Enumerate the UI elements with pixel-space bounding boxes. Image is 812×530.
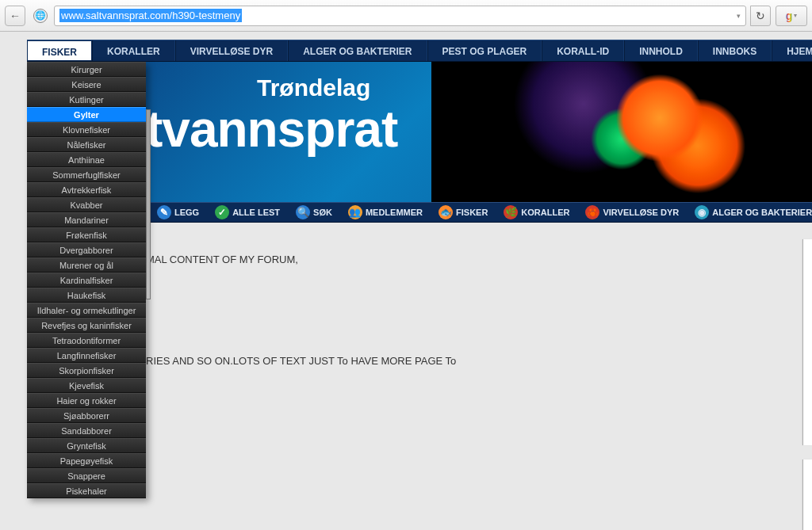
nav-item-innboks[interactable]: INNBOKS (698, 40, 772, 61)
forum-content: MAL CONTENT OF MY FORUM, RIES AND SO ON.… (146, 230, 796, 375)
search-icon: 🔍 (296, 205, 310, 219)
toolbar-medlemmer[interactable]: 👥MEDLEMMER (342, 202, 429, 223)
page-body: FISKERKORALLERVIRVELLØSE DYRALGER OG BAK… (0, 32, 812, 530)
banner-title-1: Trøndelag (257, 74, 370, 101)
algae-icon: ◉ (695, 205, 709, 219)
dropdown-item-keisere[interactable]: Keisere (27, 77, 146, 92)
dropdown-item-sandabborer[interactable]: Sandabborer (27, 423, 146, 438)
dropdown-item-avtrekkerfisk[interactable]: Avtrekkerfisk (27, 182, 146, 197)
toolbar-label: KORALLER (521, 208, 569, 217)
main-nav: FISKERKORALLERVIRVELLØSE DYRALGER OG BAK… (27, 40, 812, 62)
dropdown-item-langfinnefisker[interactable]: Langfinnefisker (27, 348, 146, 363)
coral-image (431, 62, 812, 202)
browser-toolbar: ← 🌐 www.saltvannsprat.com/h390-testmeny … (0, 0, 812, 32)
toolbar-koraller[interactable]: 🌿KORALLER (497, 202, 576, 223)
dropdown-item-murener-og-ål[interactable]: Murener og ål (27, 257, 146, 273)
url-text: www.saltvannsprat.com/h390-testmeny (59, 9, 242, 22)
toolbar-label: ALLE LEST (232, 208, 280, 217)
chevron-down-icon[interactable]: ▾ (737, 12, 741, 20)
dropdown-item-kirurger[interactable]: Kirurger (27, 62, 146, 77)
nav-item-alger-og-bakterier[interactable]: ALGER OG BAKTERIER (288, 40, 427, 61)
icon-toolbar: ✎LEGG✓ALLE LEST🔍SØK👥MEDLEMMER🐟FISKER🌿KOR… (146, 202, 812, 223)
dropdown-item-haukefisk[interactable]: Haukefisk (27, 288, 146, 303)
toolbar-label: ALGER OG BAKTERIER (712, 208, 812, 217)
check-icon: ✓ (215, 205, 229, 219)
toolbar-virvelløse-dyr[interactable]: 🦀VIRVELLØSE DYR (579, 202, 685, 223)
dropdown-item-gryntefisk[interactable]: Gryntefisk (27, 438, 146, 453)
reload-icon: ↻ (756, 10, 765, 22)
right-widget-1 (802, 239, 812, 445)
dropdown-item-kutlinger[interactable]: Kutlinger (27, 92, 146, 107)
nav-item-innhold[interactable]: INNHOLD (624, 40, 698, 61)
dropdown-item-nålefisker[interactable]: Nålefisker (27, 137, 146, 152)
toolbar-fisker[interactable]: 🐟FISKER (432, 202, 494, 223)
dropdown-item-piskehaler[interactable]: Piskehaler (27, 483, 146, 498)
nav-item-fisker[interactable]: FISKER (27, 40, 92, 61)
dropdown-item-kjevefisk[interactable]: Kjevefisk (27, 378, 146, 393)
toolbar-label: LEGG (174, 208, 199, 217)
toolbar-alger-og-bakterier[interactable]: ◉ALGER OG BAKTERIER (688, 202, 812, 223)
right-widget-2 (802, 459, 812, 530)
dropdown-item-sjøabborerr[interactable]: Sjøabborerr (27, 408, 146, 423)
search-engine-button[interactable]: g ▾ (776, 6, 807, 26)
members-icon: 👥 (348, 205, 362, 219)
dropdown-item-skorpionfisker[interactable]: Skorpionfisker (27, 363, 146, 378)
toolbar-label: FISKER (456, 208, 488, 217)
dropdown-item-papegøyefisk[interactable]: Papegøyefisk (27, 453, 146, 468)
dropdown-item-snappere[interactable]: Snappere (27, 468, 146, 483)
toolbar-søk[interactable]: 🔍SØK (289, 202, 339, 223)
dropdown-item-revefjes-og-kaninfisker[interactable]: Revefjes og kaninfisker (27, 318, 146, 333)
toolbar-label: VIRVELLØSE DYR (603, 208, 679, 217)
dropdown-item-klovnefisker[interactable]: Klovnefisker (27, 122, 146, 137)
pencil-icon: ✎ (157, 205, 171, 219)
site-banner: Trøndelag tvannsprat (146, 62, 812, 202)
dropdown-item-haier-og-rokker[interactable]: Haier og rokker (27, 393, 146, 408)
dropdown-item-sommerfuglfisker[interactable]: Sommerfuglfisker (27, 167, 146, 182)
nav-item-pest-og-plager[interactable]: PEST OG PLAGER (427, 40, 542, 61)
back-button[interactable]: ← (5, 6, 25, 26)
url-bar[interactable]: www.saltvannsprat.com/h390-testmeny ▾ (54, 6, 746, 26)
dropdown-item-kvabber[interactable]: Kvabber (27, 197, 146, 212)
dropdown-item-anthiinae[interactable]: Anthiinae (27, 152, 146, 167)
nav-item-virvell-se-dyr[interactable]: VIRVELLØSE DYR (175, 40, 288, 61)
coral-icon: 🌿 (504, 205, 518, 219)
dropdown-item-tetraodontiformer[interactable]: Tetraodontiformer (27, 333, 146, 348)
toolbar-legg[interactable]: ✎LEGG (151, 202, 205, 223)
banner-title-2: tvannsprat (146, 100, 397, 158)
nav-item-hjem[interactable]: HJEM (772, 40, 812, 61)
globe-icon: 🌐 (33, 9, 48, 23)
fish-icon: 🐟 (439, 205, 453, 219)
scrollbar[interactable] (146, 109, 151, 299)
dropdown-item-dvergabborer[interactable]: Dvergabborer (27, 242, 146, 257)
fisker-dropdown: KirurgerKeisereKutlingerGylterKlovnefisk… (27, 62, 146, 498)
toolbar-alle-lest[interactable]: ✓ALLE LEST (209, 202, 286, 223)
crab-icon: 🦀 (585, 205, 599, 219)
dropdown-item-mandariner[interactable]: Mandariner (27, 212, 146, 227)
arrow-left-icon: ← (10, 10, 21, 22)
nav-item-korall-id[interactable]: KORALL-ID (542, 40, 624, 61)
content-line-2: RIES AND SO ON.LOTS OF TEXT JUST To HAVE… (146, 353, 796, 369)
dropdown-item-frøkenfisk[interactable]: Frøkenfisk (27, 227, 146, 242)
toolbar-label: SØK (313, 208, 332, 217)
reload-button[interactable]: ↻ (750, 6, 771, 26)
dropdown-item-gylter[interactable]: Gylter (27, 107, 146, 122)
dropdown-item-kardinalfisker[interactable]: Kardinalfisker (27, 273, 146, 288)
dropdown-item-ildhaler-og-ormekutlinger[interactable]: Ildhaler- og ormekutlinger (27, 303, 146, 318)
chevron-down-icon: ▾ (794, 12, 797, 19)
google-icon: g (786, 10, 793, 22)
nav-item-koraller[interactable]: KORALLER (92, 40, 175, 61)
toolbar-label: MEDLEMMER (366, 208, 423, 217)
content-line-1: MAL CONTENT OF MY FORUM, (146, 252, 796, 268)
